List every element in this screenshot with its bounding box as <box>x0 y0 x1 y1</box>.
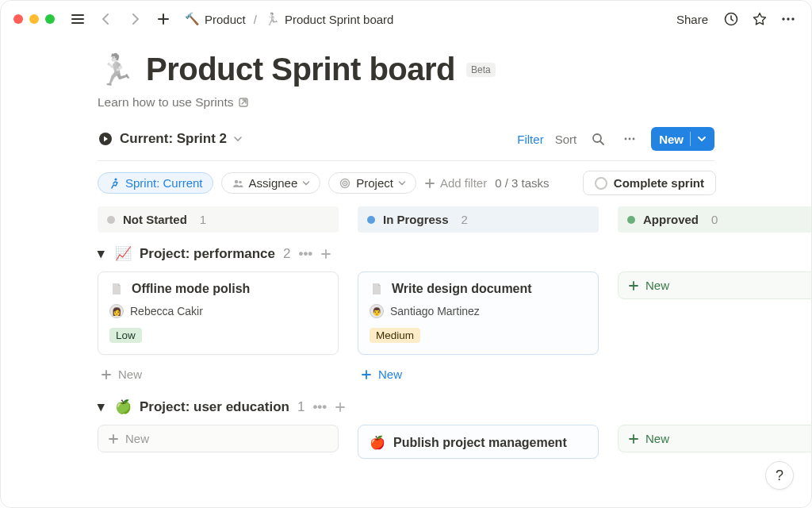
group-label: Project: user education <box>140 399 289 415</box>
group-add-icon[interactable] <box>335 402 346 413</box>
chip-project[interactable]: Project <box>328 172 416 194</box>
chevron-down-icon <box>233 134 243 144</box>
add-card-button[interactable]: New <box>618 425 812 452</box>
current-sprint-selector[interactable]: Current: Sprint 2 <box>98 131 243 147</box>
cell-not-started: New <box>98 425 339 452</box>
chip-sprint[interactable]: Sprint: Current <box>98 172 213 194</box>
add-card-button[interactable]: New <box>98 425 339 452</box>
card-write-design-document[interactable]: Write design document 👨 Santiago Martine… <box>358 271 599 355</box>
window-zoom-icon[interactable] <box>45 14 55 24</box>
cell-not-started: Offline mode polish 👩 Rebecca Cakir Low … <box>98 271 339 386</box>
new-tab-icon[interactable] <box>153 9 174 29</box>
new-button[interactable]: New <box>651 127 714 151</box>
breadcrumb-current[interactable]: 🏃 Product Sprint board <box>262 10 397 28</box>
help-button[interactable]: ? <box>765 461 794 490</box>
share-button[interactable]: Share <box>672 10 713 29</box>
breadcrumb-parent-label: Product <box>205 13 246 26</box>
add-card-label: New <box>118 368 142 381</box>
sort-button[interactable]: Sort <box>555 133 577 146</box>
svg-point-15 <box>344 183 346 184</box>
column-header-approved[interactable]: Approved 0 <box>618 206 812 233</box>
target-icon <box>339 177 351 190</box>
apple-icon: 🍎 <box>370 435 385 450</box>
add-card-button[interactable]: New <box>358 363 599 386</box>
document-icon <box>109 282 124 296</box>
chevron-down-icon <box>398 179 406 187</box>
nav-back-icon[interactable] <box>96 9 117 29</box>
chip-sprint-label: Sprint: Current <box>125 176 203 190</box>
assignee-name: Santiago Martinez <box>390 305 480 318</box>
svg-point-9 <box>633 138 635 140</box>
chevron-down-icon <box>302 179 310 187</box>
group-more-icon[interactable]: ••• <box>312 399 327 415</box>
status-dot-icon <box>627 216 635 224</box>
svg-point-12 <box>239 180 242 183</box>
group-count: 2 <box>283 246 290 262</box>
column-header-in-progress[interactable]: In Progress 2 <box>358 206 599 233</box>
priority-tag: Low <box>109 328 142 343</box>
cell-in-progress: Write design document 👨 Santiago Martine… <box>358 271 599 386</box>
learn-sprints-label: Learn how to use Sprints <box>98 95 233 110</box>
column-count: 0 <box>711 213 718 226</box>
card-title: Offline mode polish <box>132 282 250 296</box>
breadcrumb-parent[interactable]: 🔨 Product <box>182 10 249 28</box>
breadcrumb: 🔨 Product / 🏃 Product Sprint board <box>182 10 396 28</box>
card-publish-project-management[interactable]: 🍎 Publish project management <box>358 425 599 459</box>
svg-point-11 <box>234 179 237 183</box>
chip-project-label: Project <box>356 176 393 190</box>
group-user-education: ▾ 🍏 Project: user education 1 ••• New <box>98 398 714 459</box>
add-filter-button[interactable]: Add filter <box>424 176 487 190</box>
column-label: In Progress <box>383 213 449 226</box>
caret-down-icon[interactable]: ▾ <box>94 245 107 262</box>
group-add-icon[interactable] <box>320 248 331 260</box>
cell-approved: New <box>618 425 812 452</box>
svg-point-8 <box>629 138 631 140</box>
clock-icon[interactable] <box>721 9 741 29</box>
complete-sprint-button[interactable]: Complete sprint <box>583 171 716 195</box>
window-close-icon[interactable] <box>13 14 23 24</box>
filter-button[interactable]: Filter <box>517 133 543 146</box>
chip-assignee[interactable]: Assignee <box>221 172 321 194</box>
new-button-label: New <box>659 133 684 146</box>
filter-chips-row: Sprint: Current Assignee Project Add fil… <box>98 161 714 206</box>
column-header-not-started[interactable]: Not Started 1 <box>98 206 339 233</box>
group-performance: ▾ 📈 Project: performance 2 ••• <box>98 245 714 386</box>
add-filter-label: Add filter <box>440 176 487 190</box>
current-sprint-label: Current: Sprint 2 <box>120 131 227 147</box>
svg-point-3 <box>791 17 794 20</box>
add-card-label: New <box>378 368 402 381</box>
document-icon <box>370 282 384 296</box>
page-title[interactable]: Product Sprint board <box>146 52 455 87</box>
page-icon[interactable]: 🏃 <box>98 52 135 87</box>
add-card-label: New <box>645 432 669 445</box>
more-icon[interactable] <box>778 9 799 29</box>
caret-down-icon[interactable]: ▾ <box>94 398 107 415</box>
svg-point-1 <box>782 17 784 20</box>
add-card-button[interactable]: New <box>618 271 812 299</box>
group-columns: New 🍎 Publish project management <box>98 425 714 459</box>
group-icon: 🍏 <box>115 398 132 415</box>
group-header[interactable]: ▾ 🍏 Project: user education 1 ••• <box>94 398 714 415</box>
card-offline-mode-polish[interactable]: Offline mode polish 👩 Rebecca Cakir Low <box>98 271 339 355</box>
star-icon[interactable] <box>749 9 770 29</box>
topbar: 🔨 Product / 🏃 Product Sprint board Share <box>1 1 811 37</box>
chevron-down-icon <box>697 134 707 144</box>
column-label: Approved <box>643 213 699 226</box>
status-dot-icon <box>367 216 375 224</box>
nav-forward-icon[interactable] <box>124 9 145 29</box>
page-title-row: 🏃 Product Sprint board Beta <box>98 52 714 87</box>
view-more-icon[interactable] <box>619 129 640 149</box>
plus-icon <box>108 433 119 444</box>
search-icon[interactable] <box>588 129 608 149</box>
group-more-icon[interactable]: ••• <box>298 246 312 262</box>
group-header[interactable]: ▾ 📈 Project: performance 2 ••• <box>94 245 714 262</box>
window-minimize-icon[interactable] <box>29 14 39 24</box>
learn-sprints-link[interactable]: Learn how to use Sprints <box>98 95 249 110</box>
add-card-button[interactable]: New <box>98 363 339 386</box>
column-headers: Not Started 1 In Progress 2 Approved 0 <box>98 206 714 233</box>
avatar: 👩 <box>109 304 124 318</box>
svg-point-7 <box>625 138 627 140</box>
column-count: 2 <box>462 213 468 226</box>
plus-icon <box>628 433 639 444</box>
hamburger-icon[interactable] <box>67 9 88 29</box>
